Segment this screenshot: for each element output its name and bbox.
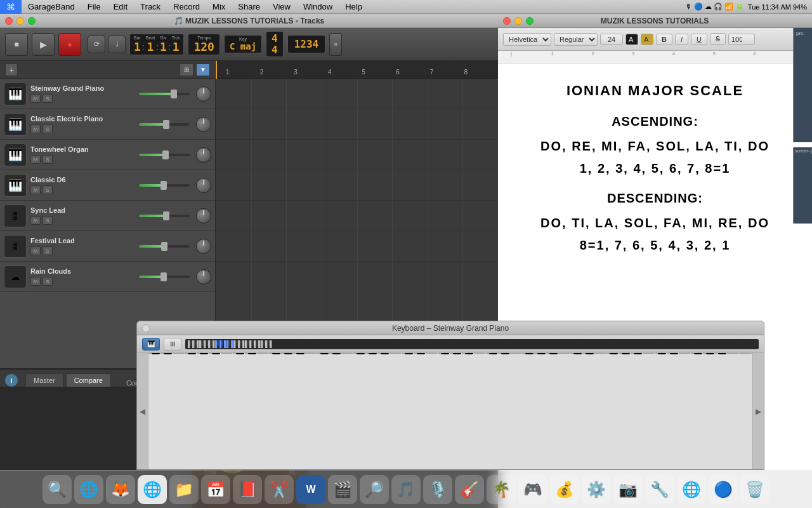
track-volume-slider[interactable]: [139, 184, 190, 187]
font-family-select[interactable]: Helvetica: [503, 33, 551, 46]
menu-edit[interactable]: Edit: [107, 0, 134, 14]
white-key[interactable]: [341, 353, 353, 354]
track-volume-slider[interactable]: [139, 245, 190, 248]
menu-share[interactable]: Share: [232, 0, 266, 14]
menu-window[interactable]: Window: [297, 0, 339, 14]
solo-btn[interactable]: S: [43, 124, 53, 133]
doc-maximize-button[interactable]: [526, 17, 534, 25]
dock-firefox[interactable]: 🦊: [106, 475, 135, 504]
menu-view[interactable]: View: [266, 0, 297, 14]
metronome-icon[interactable]: ♩: [108, 36, 126, 53]
dock-app3[interactable]: 🌐: [677, 475, 706, 504]
white-key[interactable]: [510, 353, 521, 354]
mute-btn[interactable]: M: [30, 124, 41, 133]
menu-track[interactable]: Track: [134, 0, 167, 14]
track-view-icon[interactable]: ⊞: [180, 64, 193, 76]
track-volume-slider[interactable]: [139, 215, 190, 217]
black-key[interactable]: [634, 353, 641, 354]
mute-btn[interactable]: M: [30, 277, 41, 286]
tab-master[interactable]: Master: [25, 373, 63, 387]
black-key[interactable]: [248, 353, 256, 354]
black-key[interactable]: [706, 353, 714, 354]
solo-btn[interactable]: S: [43, 155, 53, 164]
volume-handle[interactable]: [160, 181, 167, 190]
dock-garageband[interactable]: 🎙️: [423, 475, 452, 504]
track-row[interactable]: 🎹 Tonewheel Organ M S: [0, 140, 215, 170]
black-key[interactable]: [670, 353, 678, 354]
maximize-button[interactable]: [28, 17, 36, 25]
white-key[interactable]: [173, 353, 184, 354]
dock-guitar[interactable]: 🎸: [455, 475, 484, 504]
black-key[interactable]: [549, 353, 557, 354]
volume-handle[interactable]: [161, 242, 167, 251]
track-row[interactable]: 🎛 Festival Lead M S: [0, 231, 215, 262]
black-key[interactable]: [357, 353, 364, 354]
minimize-button[interactable]: [16, 17, 24, 25]
position-display[interactable]: Bar 1 : Beat 1 : Div 1 : Tick 1: [129, 34, 184, 55]
keyboard-scroll-left[interactable]: ◀: [137, 353, 148, 469]
keyboard-range-bar[interactable]: // We'll render this via JS after page l…: [185, 339, 759, 349]
cycle-icon[interactable]: ⟳: [88, 36, 105, 53]
black-key[interactable]: [405, 353, 412, 354]
black-key[interactable]: [453, 353, 461, 354]
dock-trash[interactable]: 🗑️: [740, 475, 769, 504]
dock-system-prefs[interactable]: ⚙️: [582, 475, 611, 504]
track-pan-knob[interactable]: [196, 208, 211, 224]
play-button[interactable]: ▶: [32, 33, 55, 56]
track-row[interactable]: 🎛 Sync Lead M S: [0, 201, 215, 231]
solo-btn[interactable]: S: [43, 94, 53, 103]
doc-close-button[interactable]: [503, 17, 511, 25]
dock-finder[interactable]: 🔍: [43, 475, 72, 504]
track-pan-knob[interactable]: [196, 86, 211, 102]
black-key[interactable]: [441, 353, 449, 354]
apple-menu[interactable]: ⌘: [0, 0, 22, 14]
black-key[interactable]: [537, 353, 545, 354]
track-volume-slider[interactable]: [139, 93, 190, 95]
dock-chrome[interactable]: 🌐: [138, 475, 167, 504]
track-pan-knob[interactable]: [196, 178, 211, 193]
track-pan-knob[interactable]: [196, 269, 211, 284]
volume-handle[interactable]: [160, 272, 167, 281]
lcd-display[interactable]: 1234: [287, 35, 326, 53]
menu-garageband[interactable]: GarageBand: [22, 0, 81, 14]
grid-view-btn[interactable]: ⊞: [164, 338, 181, 351]
black-key[interactable]: [718, 353, 726, 354]
black-key[interactable]: [296, 353, 304, 354]
menu-file[interactable]: File: [81, 0, 107, 14]
track-pan-knob[interactable]: [196, 117, 211, 132]
white-key[interactable]: [643, 353, 654, 354]
solo-btn[interactable]: S: [43, 185, 53, 194]
volume-handle[interactable]: [163, 211, 169, 220]
white-key[interactable]: [474, 353, 485, 354]
track-volume-slider[interactable]: [139, 123, 190, 126]
doc-minimize-button[interactable]: [514, 17, 522, 25]
mute-btn[interactable]: M: [30, 246, 41, 255]
track-filter-icon[interactable]: ▼: [196, 64, 210, 76]
mute-btn[interactable]: M: [30, 94, 41, 103]
track-pan-knob[interactable]: [196, 239, 211, 254]
track-volume-slider[interactable]: [139, 276, 190, 278]
dock-app1[interactable]: 💰: [550, 475, 579, 504]
font-size-input[interactable]: [600, 34, 623, 45]
info-icon[interactable]: i: [5, 374, 18, 387]
black-key[interactable]: [164, 353, 171, 354]
piano-view-btn[interactable]: 🎹: [142, 338, 160, 351]
white-key[interactable]: [221, 353, 232, 354]
black-key[interactable]: [586, 353, 593, 354]
keyboard-scroll-right[interactable]: ▶: [752, 353, 764, 469]
black-key[interactable]: [272, 353, 280, 354]
menu-mix[interactable]: Mix: [206, 0, 232, 14]
black-key[interactable]: [188, 353, 195, 354]
black-key[interactable]: [573, 353, 581, 354]
dock-app4[interactable]: 🔵: [709, 475, 738, 504]
solo-btn[interactable]: S: [43, 216, 53, 225]
strikethrough-btn[interactable]: S̶: [710, 33, 726, 45]
black-key[interactable]: [622, 353, 629, 354]
dock-spotlight[interactable]: 🔎: [360, 475, 389, 504]
mute-btn[interactable]: M: [30, 155, 41, 164]
track-pan-knob[interactable]: [196, 147, 211, 163]
italic-btn[interactable]: I: [675, 34, 688, 45]
black-key[interactable]: [236, 353, 244, 354]
white-key[interactable]: [727, 353, 738, 354]
dock-word[interactable]: W: [296, 475, 325, 504]
